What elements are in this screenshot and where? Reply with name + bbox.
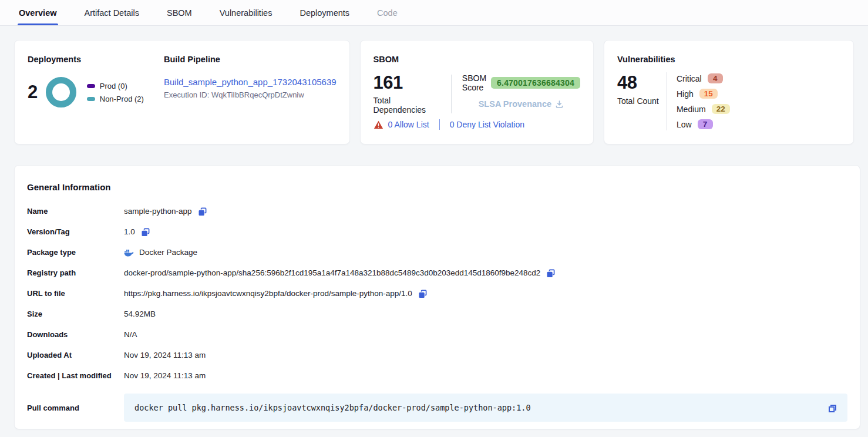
info-row-label: Registry path xyxy=(27,268,124,277)
summary-cards-row: Deployments 2 Prod (0)Non-Prod (2) Build… xyxy=(14,40,854,144)
sbom-score-badge: 6.470017636684304 xyxy=(491,77,580,89)
slsa-provenance-label: SLSA Provenance xyxy=(479,99,551,109)
docker-icon xyxy=(124,248,134,257)
severity-row: Medium22 xyxy=(677,103,730,115)
tab-code: Code xyxy=(377,0,398,25)
tab-overview[interactable]: Overview xyxy=(19,0,57,25)
info-row-label: Downloads xyxy=(27,330,124,339)
sbom-card: SBOM 161 Total Dependencies SBOM Score 6… xyxy=(360,40,594,144)
info-row: Uploaded AtNov 19, 2024 11:13 am xyxy=(27,345,847,365)
execution-id: Execution ID: WqkTiIbBRqecQrpDtZwniw xyxy=(164,90,337,99)
tab-bar: OverviewArtifact DetailsSBOMVulnerabilit… xyxy=(0,0,868,26)
severity-label: Critical xyxy=(677,74,702,83)
slsa-provenance-button[interactable]: SLSA Provenance xyxy=(479,99,564,109)
info-row-label: Size xyxy=(27,310,124,318)
build-pipeline-section: Build Pipeline Build_sample_python_app_1… xyxy=(164,55,337,130)
info-row-value: N/A xyxy=(124,330,137,339)
severity-label: Low xyxy=(677,120,692,129)
tab-sbom[interactable]: SBOM xyxy=(167,0,192,25)
sbom-score-label: SBOM Score xyxy=(462,73,486,92)
pull-command-value: docker pull pkg.harness.io/ikpsjoavtcwxn… xyxy=(134,403,827,412)
severity-count-badge: 4 xyxy=(708,73,723,83)
vulnerabilities-total-label: Total Count xyxy=(617,96,667,106)
info-row-text: Nov 19, 2024 11:13 am xyxy=(124,351,206,359)
deployments-total: 2 xyxy=(28,82,38,103)
severity-count-badge: 22 xyxy=(712,104,730,114)
deployments-title: Deployments xyxy=(28,55,164,64)
deployments-legend: Prod (0)Non-Prod (2) xyxy=(87,82,144,103)
info-row-label: URL to file xyxy=(27,289,124,298)
copy-icon[interactable] xyxy=(827,403,838,414)
info-row-value: 1.0 xyxy=(124,226,151,238)
build-pipeline-link[interactable]: Build_sample_python_app_1732043105639 xyxy=(164,77,337,87)
tab-vulnerabilities[interactable]: Vulnerabilities xyxy=(220,0,272,25)
divider xyxy=(451,75,452,113)
info-row-label: Name xyxy=(27,207,124,216)
pull-command-box: docker pull pkg.harness.io/ikpsjoavtcwxn… xyxy=(124,394,847,422)
pull-command-row: Pull command docker pull pkg.harness.io/… xyxy=(27,394,847,422)
info-row-text: 1.0 xyxy=(124,227,135,236)
general-information-title: General Information xyxy=(27,182,847,192)
page-content: Deployments 2 Prod (0)Non-Prod (2) Build… xyxy=(0,26,868,429)
divider xyxy=(439,119,440,130)
severity-row: Low7 xyxy=(677,118,730,130)
info-row: DownloadsN/A xyxy=(27,324,847,345)
info-row-text: docker-prod/sample-python-app/sha256:596… xyxy=(124,268,540,277)
info-row: Registry pathdocker-prod/sample-python-a… xyxy=(27,263,847,283)
deployments-card: Deployments 2 Prod (0)Non-Prod (2) Build… xyxy=(14,40,350,144)
info-row: Namesample-python-app xyxy=(27,201,847,221)
info-row-text: 54.92MB xyxy=(124,310,156,318)
sbom-title: SBOM xyxy=(374,55,580,64)
info-row-value: Nov 19, 2024 11:13 am xyxy=(124,371,206,380)
sbom-total-label: Total Dependencies xyxy=(374,96,440,115)
info-row-text: https://pkg.harness.io/ikpsjoavtcwxnqisy… xyxy=(124,289,412,298)
divider xyxy=(667,72,667,130)
vulnerabilities-title: Vulnerabilities xyxy=(617,55,840,64)
severity-label: Medium xyxy=(677,105,706,114)
legend-item: Prod (0) xyxy=(87,82,144,90)
legend-label: Non-Prod (2) xyxy=(100,95,144,103)
deny-list-link[interactable]: 0 Deny List Violation xyxy=(450,120,524,129)
copy-icon[interactable] xyxy=(140,227,151,238)
severity-count-badge: 15 xyxy=(699,89,718,99)
severity-row: High15 xyxy=(677,88,730,100)
info-row: Version/Tag1.0 xyxy=(27,221,847,242)
allow-list-link[interactable]: 0 Allow List xyxy=(388,120,429,129)
info-row-value: sample-python-app xyxy=(124,206,208,217)
info-row-value: https://pkg.harness.io/ikpsjoavtcwxnqisy… xyxy=(124,288,428,300)
copy-icon[interactable] xyxy=(197,207,208,217)
legend-label: Prod (0) xyxy=(100,82,127,90)
build-pipeline-title: Build Pipeline xyxy=(164,55,337,64)
sbom-total-block: 161 Total Dependencies xyxy=(374,73,440,117)
info-row-label: Package type xyxy=(27,248,124,257)
info-row-value: docker-prod/sample-python-app/sha256:596… xyxy=(124,267,556,279)
info-row-text: Nov 19, 2024 11:13 am xyxy=(124,371,206,380)
info-row-value: 54.92MB xyxy=(124,310,156,318)
vulnerabilities-total-count: 48 xyxy=(617,72,667,93)
legend-item: Non-Prod (2) xyxy=(87,95,144,103)
deployments-donut-chart xyxy=(46,77,76,107)
vulnerabilities-total-block: 48 Total Count xyxy=(617,72,667,130)
tab-deployments[interactable]: Deployments xyxy=(300,0,349,25)
info-row: URL to filehttps://pkg.harness.io/ikpsjo… xyxy=(27,283,847,304)
info-row-label: Created | Last modified xyxy=(27,371,124,380)
info-row-text: Docker Package xyxy=(139,248,197,257)
copy-icon[interactable] xyxy=(418,289,428,300)
tab-artifact-details[interactable]: Artifact Details xyxy=(85,0,139,25)
copy-icon[interactable] xyxy=(546,268,556,279)
severity-label: High xyxy=(677,89,694,99)
info-row: Package typeDocker Package xyxy=(27,242,847,263)
pull-command-label: Pull command xyxy=(27,404,124,412)
legend-swatch xyxy=(87,84,95,88)
info-row-label: Version/Tag xyxy=(27,227,124,236)
legend-swatch xyxy=(87,97,95,101)
download-icon xyxy=(555,100,564,109)
info-row: Created | Last modifiedNov 19, 2024 11:1… xyxy=(27,365,847,386)
general-information-panel: General Information Namesample-python-ap… xyxy=(14,165,860,429)
info-row-text: sample-python-app xyxy=(124,207,192,216)
severity-row: Critical4 xyxy=(677,72,730,85)
info-row-value: Nov 19, 2024 11:13 am xyxy=(124,351,206,359)
severity-list: Critical4High15Medium22Low7 xyxy=(677,72,730,130)
deployments-section: Deployments 2 Prod (0)Non-Prod (2) xyxy=(28,55,164,130)
info-row: Size54.92MB xyxy=(27,304,847,324)
